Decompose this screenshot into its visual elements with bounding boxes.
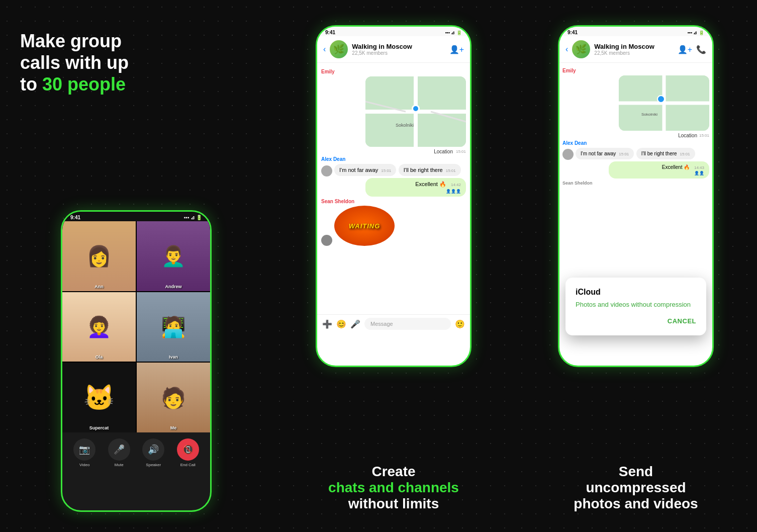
message-input-2[interactable]: Message: [364, 318, 451, 330]
sender-emily-2: Emily: [321, 69, 466, 74]
call-cell-ola: 👩‍🦱 Ola: [62, 292, 136, 362]
chat-header-3: ‹ 🌿 Walking in Moscow 22,5K members 👤+ 📞: [559, 36, 712, 63]
avatar-sean-2: [321, 235, 332, 246]
phone-button-3[interactable]: 📞: [696, 45, 706, 54]
sticker-button-2[interactable]: 😊: [336, 319, 346, 329]
call-cell-ann: 👩 Ann: [62, 221, 136, 291]
map-pin-2: [411, 105, 421, 118]
msg-beright-2: I'll be right there15:01: [399, 164, 461, 176]
chat-input-bar-2: ➕ 😊 🎤 Message 🙂: [317, 314, 470, 333]
msg-notfaraway-3: I'm not far away15:01: [576, 148, 634, 159]
icloud-popup: iCloud Photos and videos without compres…: [565, 278, 706, 335]
add-member-button-2[interactable]: 👤+: [449, 45, 464, 54]
status-bar-2: 9:41 ▪▪▪ ⊿ 🔋: [317, 27, 470, 36]
sender-sean-2: Sean Sheldon: [321, 199, 466, 204]
phone-mockup-3: 9:41 ▪▪▪ ⊿ 🔋 ‹ 🌿 Walking in Moscow 22,5K…: [558, 25, 714, 367]
speaker-button[interactable]: 🔊 Speaker: [142, 438, 164, 467]
panel-group-calls: Make group calls with up to 30 people 9:…: [0, 0, 272, 532]
phone-mockup-2: 9:41 ▪▪▪ ⊿ 🔋 ‹ 🌿 Walking in Moscow 22,5K…: [316, 25, 471, 367]
waiting-sticker-2: WAITING: [334, 206, 395, 246]
panel-send-photos: 9:41 ▪▪▪ ⊿ 🔋 ‹ 🌿 Walking in Moscow 22,5K…: [515, 0, 757, 532]
svg-text:Sokolniki: Sokolniki: [641, 112, 657, 117]
call-cell-me: 🧑 Me: [137, 363, 210, 432]
back-button-2[interactable]: ‹: [323, 45, 326, 54]
svg-text:Sokolniki: Sokolniki: [396, 123, 414, 128]
msg-excellent-2: Excellent 🔥 14:42 👤👤👤: [365, 178, 466, 197]
panel-3-headline: Send uncompressed photos and videos: [530, 464, 742, 512]
avatar-alexdean-3: [562, 149, 574, 160]
msg-notfaraway-2: I'm not far away15:01: [334, 164, 396, 176]
call-grid: 👩 Ann 👨‍🦱 Andrew 👩‍🦱 Ola 🧑‍💻 Ivan 🐱: [62, 221, 210, 432]
map-bubble-3[interactable]: Sokolniki: [619, 75, 709, 131]
status-bar-3: 9:41 ▪▪▪ ⊿ 🔋: [559, 27, 712, 36]
channel-avatar-3: 🌿: [572, 40, 590, 58]
msg-excellent-3: Excellent 🔥 14:43 👤👤: [609, 161, 709, 179]
chat-header-2: ‹ 🌿 Walking in Moscow 22,5K members 👤+: [317, 36, 470, 63]
back-button-3[interactable]: ‹: [565, 45, 568, 54]
sender-sean-3: Sean Sheldon: [562, 181, 709, 186]
status-bar-1: 9:41 ▪▪▪ ⊿ 🔋: [62, 212, 210, 221]
map-bubble-2[interactable]: Sokolniki: [365, 76, 466, 147]
icloud-cancel-button[interactable]: CANCEL: [668, 317, 696, 325]
call-cell-supercat: 🐱 Supercat: [62, 363, 136, 432]
sender-alexdean-2: Alex Dean: [321, 156, 466, 162]
end-call-button[interactable]: 📵 End Call: [177, 438, 199, 467]
call-cell-ivan: 🧑‍💻 Ivan: [137, 292, 210, 362]
channel-avatar-2: 🌿: [330, 40, 348, 58]
panel-chats-channels: 9:41 ▪▪▪ ⊿ 🔋 ‹ 🌿 Walking in Moscow 22,5K…: [272, 0, 515, 532]
call-controls: 📷 Video 🎤 Mute 🔊 Speaker 📵 End Call: [62, 432, 210, 473]
chat-messages-3: Emily Sokolniki Location 15:01 Alex Dean: [559, 63, 712, 309]
panel-2-headline: Create chats and channels without limits: [288, 464, 500, 512]
chat-messages-2: Emily Sokolniki Location 15:01: [317, 63, 470, 314]
sender-alexdean-3: Alex Dean: [562, 140, 709, 146]
headline-text: Make group: [20, 31, 122, 51]
mic-button-2[interactable]: 🎤: [350, 319, 360, 329]
sender-emily-3: Emily: [562, 68, 709, 73]
attach-button-2[interactable]: ➕: [322, 319, 332, 329]
video-button[interactable]: 📷 Video: [73, 438, 96, 467]
mute-button[interactable]: 🎤 Mute: [108, 438, 130, 467]
msg-beright-3: I'll be right there15:01: [636, 148, 695, 159]
phone-mockup-1: 9:41 ▪▪▪ ⊿ 🔋 👩 Ann 👨‍🦱 Andrew 👩‍🦱 Ola �: [61, 210, 212, 512]
avatar-alexdean-2: [321, 165, 332, 176]
emoji-button-2[interactable]: 🙂: [455, 319, 465, 329]
add-member-button-3[interactable]: 👤+: [678, 45, 692, 54]
call-cell-andrew: 👨‍🦱 Andrew: [137, 221, 210, 291]
headline-group-calls: Make group calls with up to 30 people: [20, 30, 252, 96]
